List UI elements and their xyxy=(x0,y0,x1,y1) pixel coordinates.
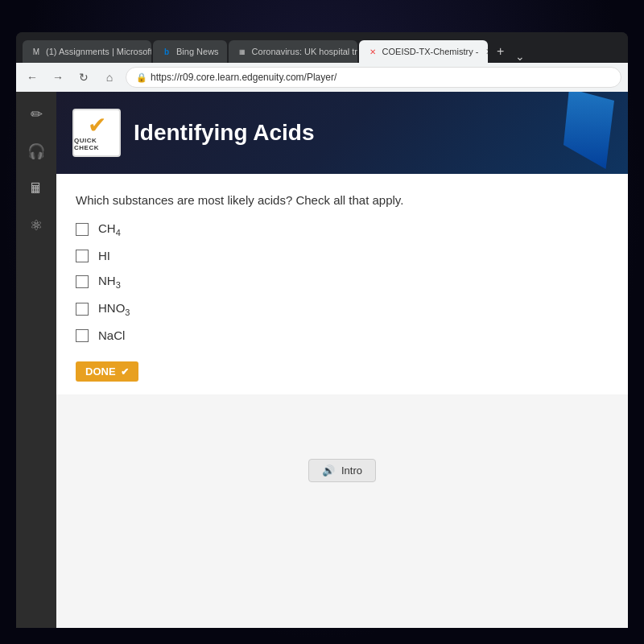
tab-coeisd[interactable]: ✕ COEISD-TX-Chemistry - ✕ xyxy=(359,40,488,63)
tab-label-bing: Bing News xyxy=(176,47,219,56)
tab-bar: M (1) Assignments | Microsoft b Bing New… xyxy=(16,32,628,63)
sub-nh3: 3 xyxy=(116,280,121,290)
tab-bing-news[interactable]: b Bing News xyxy=(153,40,227,63)
sidebar-pencil-icon[interactable]: ✏ xyxy=(22,100,51,129)
option-hno3: HNO3 xyxy=(76,301,609,317)
option-nh3: NH3 xyxy=(76,274,609,290)
sidebar-atom-icon[interactable]: ⚛ xyxy=(22,211,51,240)
intro-button[interactable]: 🔊 Intro xyxy=(308,459,376,482)
option-nacl: NaCl xyxy=(76,328,609,342)
tab-label-coeisd: COEISD-TX-Chemistry - xyxy=(382,47,479,56)
back-button[interactable]: ← xyxy=(23,68,42,87)
sidebar-headphone-icon[interactable]: 🎧 xyxy=(22,137,51,166)
tab-coronavirus[interactable]: ▦ Coronavirus: UK hospital tri xyxy=(229,40,357,63)
address-input[interactable]: 🔒 https://r09.core.learn.edgenuity.com/P… xyxy=(126,67,621,88)
tab-dropdown-button[interactable]: ⌄ xyxy=(515,50,525,63)
browser-window: M (1) Assignments | Microsoft b Bing New… xyxy=(16,32,628,628)
formula-ch4: CH4 xyxy=(98,221,121,237)
lock-icon: 🔒 xyxy=(136,72,147,83)
left-sidebar: ✏ 🎧 🖩 ⚛ xyxy=(16,92,56,628)
checkbox-ch4[interactable] xyxy=(76,223,89,236)
forward-button[interactable]: → xyxy=(48,68,68,87)
speaker-icon: 🔊 xyxy=(322,464,335,477)
tab-favicon-assignments: M xyxy=(31,46,42,57)
checkmark-icon: ✔ xyxy=(88,114,106,137)
checkbox-hi[interactable] xyxy=(76,250,89,262)
home-button[interactable]: ⌂ xyxy=(100,68,119,87)
formula-hi: HI xyxy=(98,249,110,262)
tab-label-assignments: (1) Assignments | Microsoft xyxy=(46,47,151,56)
tab-favicon-coeisd: ✕ xyxy=(367,46,378,57)
quick-check-badge: ✔ QUICK CHECK xyxy=(72,109,121,157)
tab-favicon-corona: ▦ xyxy=(237,46,248,57)
address-bar-row: ← → ↻ ⌂ 🔒 https://r09.core.learn.edgenui… xyxy=(16,63,628,92)
sidebar-calculator-icon[interactable]: 🖩 xyxy=(22,174,51,203)
option-hi: HI xyxy=(76,249,609,262)
sub-ch4: 4 xyxy=(116,228,121,237)
url-text: https://r09.core.learn.edgenuity.com/Pla… xyxy=(151,72,336,83)
sub-hno3: 3 xyxy=(125,308,130,317)
checkbox-nacl[interactable] xyxy=(76,329,89,342)
tab-assignments[interactable]: M (1) Assignments | Microsoft xyxy=(23,40,151,63)
tab-label-corona: Coronavirus: UK hospital tri xyxy=(252,47,357,56)
reload-button[interactable]: ↻ xyxy=(74,68,93,87)
page-content: ✏ 🎧 🖩 ⚛ ✔ QUICK CHECK Identifying Acids xyxy=(16,92,628,628)
checkbox-hno3[interactable] xyxy=(76,303,89,316)
bottom-area: 🔊 Intro xyxy=(56,394,628,498)
done-label: DONE xyxy=(85,365,116,378)
formula-nacl: NaCl xyxy=(98,328,125,342)
done-button[interactable]: DONE ✔ xyxy=(76,361,138,382)
main-content: ✔ QUICK CHECK Identifying Acids Which su… xyxy=(56,92,628,628)
intro-label: Intro xyxy=(341,464,362,477)
page-title: Identifying Acids xyxy=(134,120,315,146)
decorative-shape xyxy=(564,92,620,169)
tab-close-coeisd[interactable]: ✕ xyxy=(485,47,487,57)
tab-favicon-bing: b xyxy=(161,46,172,57)
add-tab-button[interactable]: + xyxy=(489,40,512,63)
question-area: Which substances are most likely acids? … xyxy=(56,174,628,394)
checkbox-nh3[interactable] xyxy=(76,275,89,288)
quick-check-label: QUICK CHECK xyxy=(74,137,119,151)
header-banner: ✔ QUICK CHECK Identifying Acids xyxy=(56,92,628,174)
option-ch4: CH4 xyxy=(76,221,609,237)
question-text: Which substances are most likely acids? … xyxy=(76,193,609,207)
formula-hno3: HNO3 xyxy=(98,301,130,317)
done-checkmark-icon: ✔ xyxy=(121,366,129,378)
formula-nh3: NH3 xyxy=(98,274,121,290)
